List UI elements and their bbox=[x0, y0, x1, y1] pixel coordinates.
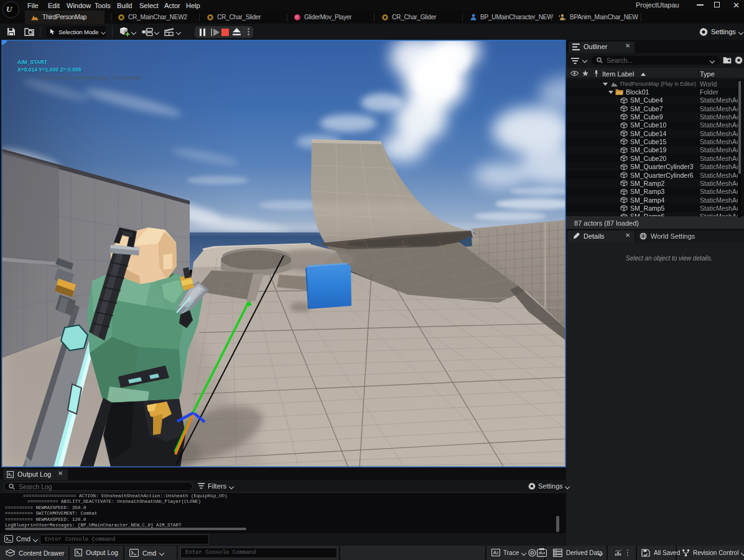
svg-text:AIM_START: AIM_START bbox=[17, 59, 48, 65]
svg-text:'DisableAllScreenMessages' to: 'DisableAllScreenMessages' to suppress bbox=[39, 75, 142, 81]
svg-text:X=0.014 Y=1.000 Z=-0.005: X=0.014 Y=1.000 Z=-0.005 bbox=[17, 67, 81, 73]
